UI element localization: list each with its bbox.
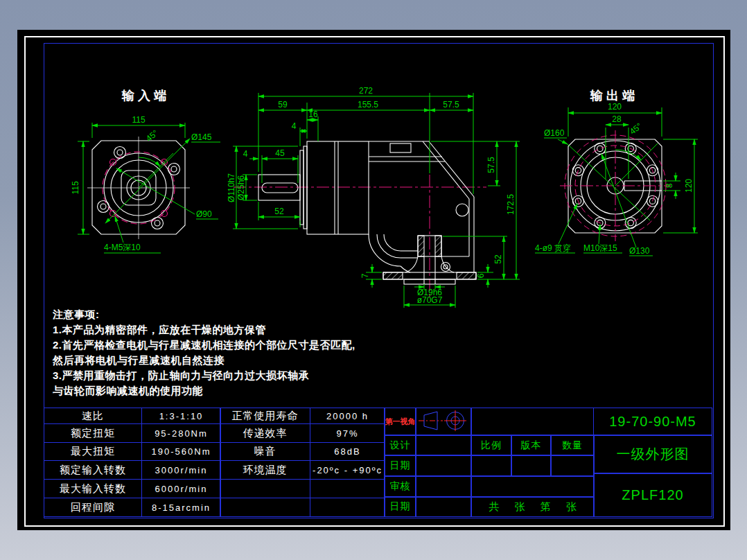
notes-title: 注意事项: (53, 307, 355, 322)
notes-block: 注意事项: 1.本产品为精密部件，应放在干燥的地方保管 2.首先严格检查电机与行… (53, 307, 355, 399)
dim-side-seg2: 155.5 (358, 100, 378, 110)
dim-side-172: 172.5 (506, 194, 516, 215)
dim-side-4b: 4 (243, 149, 248, 159)
dim-output-flange-dia: Ø160 (544, 128, 565, 138)
output-view: 120 28 45° Ø160 Ø130 4-ø9 贯穿 M10深15 8 12… (535, 102, 698, 256)
dim-side-spigot: ø70G7 (417, 295, 443, 305)
dim-side-shaft-len: 52 (274, 207, 284, 216)
dim-side-seg1: 59 (278, 100, 288, 110)
dim-side-seg3: 57.5 (443, 100, 459, 110)
dim-output-bolt-circle: Ø130 (629, 246, 650, 256)
dim-side-16: 16 (308, 110, 318, 119)
first-angle-projection-icon (419, 410, 466, 431)
note-line: 与齿轮而影响减速机的使用功能 (53, 383, 355, 399)
dim-side-57: 57.5 (486, 157, 496, 173)
note-line: 1.本产品为精密部件，应放在干燥的地方保管 (53, 322, 355, 338)
dim-output-holes-tapped: M10深15 (583, 243, 617, 253)
dim-input-flange-dia: Ø145 (191, 132, 212, 142)
dim-input-width: 115 (132, 115, 145, 125)
dim-output-height: 120 (684, 179, 694, 193)
dim-input-height: 115 (71, 181, 80, 194)
dim-side-7: 7 (360, 273, 370, 278)
note-line: 然后再将电机与行星减速机自然连接 (53, 353, 355, 368)
dim-input-inner-dia: Ø90 (196, 209, 212, 219)
side-view: 272 59 155.5 57.5 16 4 4 45 52 Ø110h7 Ø2… (227, 86, 520, 308)
output-view-title: 输出端 (590, 87, 638, 104)
dim-side-52: 52 (493, 254, 503, 264)
dim-output-angle: 45° (628, 121, 644, 137)
dim-output-key-w: 8 (665, 183, 674, 188)
dim-input-angle: 45° (144, 128, 160, 144)
drawing-layer: 115 115 45° Ø145 Ø90 4-M5深10 (0, 0, 747, 560)
dim-input-holes: 4-M5深10 (104, 243, 141, 252)
note-line: 2.首先严格检查电机与行星减速机相连接的个部位尺寸是否匹配, (53, 338, 355, 353)
input-view: 115 115 45° Ø145 Ø90 4-M5深10 (71, 115, 220, 253)
dim-side-total: 272 (359, 86, 373, 96)
dim-side-shaft-dia: Ø25h6 (236, 175, 246, 200)
dim-side-45: 45 (275, 148, 285, 158)
dim-side-flange-dia: Ø110h7 (227, 173, 236, 202)
dim-side-4a: 4 (292, 121, 297, 131)
dim-side-6: 6 (476, 273, 486, 278)
dim-output-key-len: 28 (612, 114, 622, 124)
dim-output-holes-through: 4-ø9 贯穿 (535, 243, 571, 253)
note-line: 3.严禁用重物击打，防止轴向力与径向力过大损坏轴承 (53, 368, 355, 383)
input-view-title: 输入端 (122, 87, 170, 104)
cad-sheet-window: 输入端 输出端 注意事项: 1.本产品为精密部件，应放在干燥的地方保管 2.首先… (0, 0, 747, 560)
